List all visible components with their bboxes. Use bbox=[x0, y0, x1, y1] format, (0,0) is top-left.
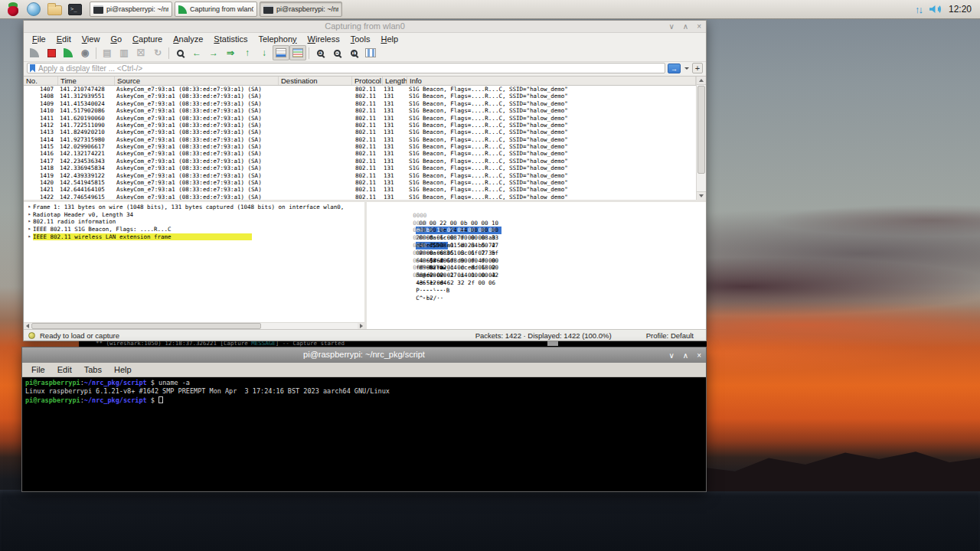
taskbar-window-button[interactable]: pi@raspberrypi: ~/nr... bbox=[260, 2, 342, 17]
web-browser-button[interactable] bbox=[24, 1, 43, 18]
colorize-icon[interactable] bbox=[289, 45, 306, 60]
packet-row[interactable]: 1421 142.644164105 AskeyCom_e7:93:a1 (08… bbox=[24, 186, 696, 193]
wireshark-titlebar[interactable]: Capturing from wlan0 ∨ ∧ × bbox=[24, 21, 706, 33]
zoom-100-icon[interactable]: 1 bbox=[345, 45, 362, 60]
filter-bookmark-icon[interactable] bbox=[30, 64, 35, 73]
menu-item[interactable]: Tools bbox=[345, 34, 376, 44]
packet-row[interactable]: 1414 141.927315980 AskeyCom_e7:93:a1 (08… bbox=[24, 136, 696, 143]
packet-row[interactable]: 1419 142.439339122 AskeyCom_e7:93:a1 (08… bbox=[24, 172, 696, 179]
go-back-icon[interactable]: ← bbox=[188, 45, 205, 60]
packet-row[interactable]: 1413 141.824920210 AskeyCom_e7:93:a1 (08… bbox=[24, 129, 696, 135]
menu-item[interactable]: Edit bbox=[51, 365, 78, 374]
volume-icon[interactable] bbox=[929, 5, 941, 14]
minimize-button[interactable]: ∨ bbox=[669, 22, 675, 31]
menu-item[interactable]: File bbox=[25, 365, 51, 374]
resize-columns-icon[interactable] bbox=[362, 45, 379, 60]
packet-row[interactable]: 1417 142.234536343 AskeyCom_e7:93:a1 (08… bbox=[24, 158, 696, 165]
apply-filter-button[interactable]: → bbox=[668, 64, 681, 73]
scroll-right-button[interactable] bbox=[358, 323, 364, 329]
detail-row[interactable]: ▸ IEEE 802.11 S1G Beacon, Flags: ....R..… bbox=[26, 226, 364, 233]
menu-item[interactable]: Capture bbox=[127, 34, 168, 44]
close-capture-icon[interactable]: ☒ bbox=[132, 45, 149, 60]
expand-arrow-icon[interactable]: ▸ bbox=[26, 211, 33, 219]
packet-row[interactable]: 1418 142.336945834 AskeyCom_e7:93:a1 (08… bbox=[24, 165, 696, 171]
expand-arrow-icon[interactable]: ▸ bbox=[26, 204, 33, 211]
menu-item[interactable]: Wireless bbox=[302, 34, 345, 44]
packet-row[interactable]: 1415 142.029906617 AskeyCom_e7:93:a1 (08… bbox=[24, 143, 696, 150]
taskbar-window-button[interactable]: Capturing from wlan0 bbox=[175, 2, 257, 17]
packet-list-scrollbar[interactable] bbox=[696, 77, 706, 200]
auto-scroll-icon[interactable] bbox=[273, 45, 289, 60]
raspberry-menu-button[interactable] bbox=[4, 1, 22, 18]
file-manager-button[interactable] bbox=[45, 1, 64, 18]
scroll-down-button[interactable] bbox=[697, 191, 706, 200]
go-last-icon[interactable]: ↓ bbox=[256, 45, 273, 60]
network-traffic-icon[interactable]: ↑↓ bbox=[915, 4, 922, 15]
restart-capture-icon[interactable] bbox=[60, 45, 77, 60]
profile-selector[interactable]: Profile: Default bbox=[646, 331, 694, 340]
menu-item[interactable]: Help bbox=[108, 365, 138, 374]
close-button[interactable]: × bbox=[697, 351, 701, 360]
packet-row[interactable]: 1420 142.541945815 AskeyCom_e7:93:a1 (08… bbox=[24, 179, 696, 186]
menu-item[interactable]: Telephony bbox=[253, 34, 302, 44]
start-capture-icon[interactable] bbox=[26, 45, 43, 60]
packet-row[interactable]: 1407 141.210747428 AskeyCom_e7:93:a1 (08… bbox=[24, 86, 696, 93]
menu-item[interactable]: Edit bbox=[51, 34, 77, 44]
stop-capture-icon[interactable] bbox=[43, 45, 60, 60]
add-filter-button[interactable]: + bbox=[692, 63, 703, 73]
packet-row[interactable]: 1410 141.517902086 AskeyCom_e7:93:a1 (08… bbox=[24, 107, 696, 114]
detail-row[interactable]: ▸ IEEE 802.11 wireless LAN extension fra… bbox=[26, 233, 364, 241]
packet-row[interactable]: 1422 142.746549615 AskeyCom_e7:93:a1 (08… bbox=[24, 194, 696, 200]
expert-info-icon[interactable] bbox=[28, 332, 35, 339]
terminal-output[interactable]: pi@raspberrypi:~/nrc_pkg/script $ uname … bbox=[22, 377, 706, 491]
filter-dropdown-button[interactable] bbox=[683, 64, 690, 73]
reload-icon[interactable]: ↻ bbox=[149, 45, 166, 60]
close-button[interactable]: × bbox=[697, 22, 701, 31]
expand-arrow-icon[interactable]: ▸ bbox=[26, 233, 33, 241]
scrollbar-thumb[interactable] bbox=[697, 86, 705, 174]
menu-item[interactable]: Analyze bbox=[168, 34, 208, 44]
go-forward-icon[interactable]: → bbox=[205, 45, 222, 60]
menu-item[interactable]: Statistics bbox=[208, 34, 253, 44]
detail-row[interactable]: ▸ 802.11 radio information bbox=[26, 218, 364, 226]
detail-row[interactable]: ▸ Frame 1: 131 bytes on wire (1048 bits)… bbox=[26, 204, 364, 211]
minimize-button[interactable]: ∨ bbox=[669, 351, 675, 360]
packet-row[interactable]: 1416 142.132174221 AskeyCom_e7:93:a1 (08… bbox=[24, 150, 696, 157]
go-first-icon[interactable]: ↑ bbox=[239, 45, 256, 60]
taskbar-window-button[interactable]: pi@raspberrypi: ~/nr... bbox=[90, 2, 172, 17]
find-packet-icon[interactable] bbox=[172, 45, 188, 60]
expand-arrow-icon[interactable]: ▸ bbox=[26, 218, 33, 226]
hex-row[interactable]: 0000 00 00 22 00 0b 00 00 10 e0 b6 19 01… bbox=[371, 204, 706, 212]
column-header-source[interactable]: Source bbox=[115, 77, 279, 85]
terminal-titlebar[interactable]: pi@raspberrypi: ~/nrc_pkg/script ∨ ∧ × bbox=[22, 347, 706, 363]
maximize-button[interactable]: ∧ bbox=[683, 351, 688, 360]
expand-arrow-icon[interactable]: ▸ bbox=[26, 226, 33, 233]
column-header-no[interactable]: No. bbox=[24, 77, 58, 85]
column-header-info[interactable]: Info bbox=[407, 77, 696, 85]
save-capture-icon[interactable]: ▥ bbox=[116, 45, 132, 60]
packet-row[interactable]: 1412 141.722511090 AskeyCom_e7:93:a1 (08… bbox=[24, 122, 696, 129]
taskbar-clock[interactable]: 12:20 bbox=[949, 4, 972, 15]
display-filter-field[interactable] bbox=[27, 63, 665, 73]
go-to-packet-icon[interactable]: ⇒ bbox=[222, 45, 239, 60]
menu-item[interactable]: Help bbox=[375, 34, 403, 44]
column-header-destination[interactable]: Destination bbox=[279, 77, 352, 85]
scrollbar-thumb[interactable] bbox=[31, 323, 261, 329]
display-filter-input[interactable] bbox=[38, 64, 662, 73]
column-header-time[interactable]: Time bbox=[58, 77, 115, 85]
menu-item[interactable]: File bbox=[27, 34, 51, 44]
zoom-out-icon[interactable]: − bbox=[328, 45, 345, 60]
scroll-up-button[interactable] bbox=[697, 77, 706, 85]
detail-row[interactable]: ▸ Radiotap Header v0, Length 34 bbox=[26, 211, 364, 219]
packet-row[interactable]: 1411 141.620190060 AskeyCom_e7:93:a1 (08… bbox=[24, 115, 696, 122]
menu-item[interactable]: Go bbox=[105, 34, 127, 44]
terminal-launcher-button[interactable]: >_ bbox=[66, 1, 84, 18]
menu-item[interactable]: Tabs bbox=[78, 365, 108, 374]
scroll-left-button[interactable] bbox=[24, 323, 31, 329]
maximize-button[interactable]: ∧ bbox=[683, 22, 688, 31]
column-header-protocol[interactable]: Protocol bbox=[352, 77, 383, 85]
packet-row[interactable]: 1408 141.312939551 AskeyCom_e7:93:a1 (08… bbox=[24, 93, 696, 99]
column-header-length[interactable]: Length bbox=[383, 77, 407, 85]
details-horizontal-scrollbar[interactable] bbox=[24, 322, 364, 329]
packet-row[interactable]: 1409 141.415340024 AskeyCom_e7:93:a1 (08… bbox=[24, 100, 696, 107]
